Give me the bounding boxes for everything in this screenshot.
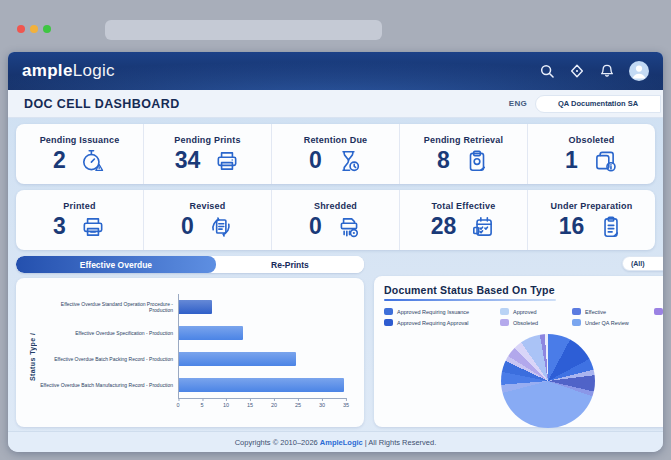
document-refresh-icon	[208, 214, 234, 240]
pie-chart-title: Document Status Based On Type	[384, 284, 663, 296]
logo-light: Logic	[73, 61, 115, 80]
printer-icon	[214, 148, 240, 174]
legend-swatch	[500, 308, 509, 315]
legend-item[interactable]: Under Preparation	[654, 308, 663, 315]
stat-card-shredded[interactable]: Shredded 0	[272, 190, 400, 250]
pie-chart-panel: Document Status Based On Type Approved R…	[374, 276, 663, 427]
legend-label: Approved	[513, 309, 537, 315]
bell-icon[interactable]	[599, 63, 615, 79]
browser-address-bar[interactable]	[105, 20, 382, 40]
page-title: DOC CELL DASHBOARD	[24, 97, 180, 111]
bar[interactable]	[179, 300, 212, 314]
x-tick-label: 30	[319, 402, 325, 408]
copyright-suffix: | All Rights Reserved.	[365, 438, 437, 447]
stopwatch-warning-icon	[80, 148, 106, 174]
legend-item[interactable]: Approved	[500, 308, 572, 315]
type-filter-dropdown[interactable]: (All)	[622, 256, 663, 271]
bar-row: Effective Overdue Specification - Produc…	[38, 320, 354, 346]
x-axis: 05101520253035	[178, 398, 346, 411]
legend-swatch	[384, 319, 393, 326]
clipboard-list-icon	[598, 214, 624, 240]
bar-chart-plot: Effective Overdue Standard Operation Pro…	[38, 288, 354, 426]
minimize-window-button[interactable]	[30, 25, 38, 33]
legend-swatch	[572, 308, 581, 315]
bar[interactable]	[179, 378, 344, 392]
stat-label: Pending Retrieval	[424, 135, 503, 145]
bar-zone	[178, 372, 346, 398]
stat-label: Retention Due	[304, 135, 368, 145]
legend-swatch	[500, 319, 509, 326]
legend-swatch	[572, 319, 581, 326]
x-tick-label: 20	[271, 402, 277, 408]
legend-label: Under QA Review	[585, 320, 629, 326]
stat-value: 0	[309, 215, 322, 238]
bar-category-label: Effective Overdue Specification - Produc…	[38, 330, 178, 336]
stat-value: 0	[181, 215, 194, 238]
documents-info-icon	[592, 148, 618, 174]
printer-icon	[80, 214, 106, 240]
app-window: ampleLogic DOC CELL DASHBOARD ENG QA Doc…	[8, 52, 663, 452]
y-axis-label: Status Type /	[26, 288, 38, 426]
x-tick-label: 10	[223, 402, 229, 408]
search-icon[interactable]	[539, 63, 555, 79]
legend-swatch	[384, 308, 393, 315]
stat-card-total-effective[interactable]: Total Effective 28	[400, 190, 528, 250]
stat-value: 2	[53, 149, 66, 172]
x-tick-label: 0	[176, 402, 179, 408]
page-header: DOC CELL DASHBOARD ENG QA Documentation …	[8, 90, 663, 118]
legend-label: Obsoleted	[513, 320, 538, 326]
stat-card-printed[interactable]: Printed 3	[16, 190, 144, 250]
amplelogic-logo: ampleLogic	[22, 61, 115, 81]
dashboard-main: Pending Issuance 2 Pending Prints 34	[8, 118, 663, 431]
legend-item[interactable]: Effective	[572, 308, 654, 315]
role-selector[interactable]: QA Documentation SA	[535, 95, 661, 113]
pie-legend: Approved Requiring IssuanceApprovedEffec…	[384, 308, 663, 326]
bar[interactable]	[179, 326, 243, 340]
stat-card-revised[interactable]: Revised 0	[144, 190, 272, 250]
stat-value: 1	[565, 149, 578, 172]
legend-swatch	[654, 308, 663, 315]
stat-card-pending-retrieval[interactable]: Pending Retrieval 8	[400, 124, 528, 184]
shredder-icon	[336, 214, 362, 240]
stat-value: 0	[309, 149, 322, 172]
type-filter-value: (All)	[631, 260, 645, 267]
legend-item[interactable]: Approved Requiring Issuance	[384, 308, 500, 315]
stat-card-pending-issuance[interactable]: Pending Issuance 2	[16, 124, 144, 184]
calendar-check-icon	[470, 214, 496, 240]
x-tick-label: 5	[200, 402, 203, 408]
legend-item[interactable]: Approved Requiring Approval	[384, 319, 500, 326]
x-tick-label: 35	[343, 402, 349, 408]
bar-row: Effective Overdue Batch Manufacturing Re…	[38, 372, 354, 398]
maximize-window-button[interactable]	[43, 25, 51, 33]
x-tick-label: 15	[247, 402, 253, 408]
tab-re-prints[interactable]: Re-Prints	[216, 256, 364, 273]
diamond-icon[interactable]	[569, 63, 585, 79]
stat-label: Revised	[190, 201, 226, 211]
legend-item[interactable]: Obsoleted	[500, 319, 572, 326]
copyright-prefix: Copyrights © 2010–2026	[235, 438, 318, 447]
stat-card-pending-prints[interactable]: Pending Prints 34	[144, 124, 272, 184]
document-status-section: (All) Document Status Based On Type Appr…	[374, 256, 663, 427]
stat-value: 34	[175, 149, 201, 172]
bar[interactable]	[179, 352, 296, 366]
title-underline	[384, 299, 556, 301]
effective-overdue-section: Effective Overdue Re-Prints Status Type …	[16, 256, 364, 427]
footer-brand-link[interactable]: AmpleLogic	[320, 438, 363, 447]
stat-card-obsoleted[interactable]: Obsoleted 1	[528, 124, 655, 184]
bar-zone	[178, 346, 346, 372]
stat-card-under-preparation[interactable]: Under Preparation 16	[528, 190, 655, 250]
legend-label: Approved Requiring Issuance	[397, 309, 469, 315]
legend-item[interactable]: Under QA Review	[572, 319, 654, 326]
tab-effective-overdue[interactable]: Effective Overdue	[16, 256, 216, 273]
stat-value: 16	[559, 215, 585, 238]
pie-chart[interactable]	[501, 334, 595, 428]
legend-label: Approved Requiring Approval	[397, 320, 469, 326]
bar-row: Effective Overdue Standard Operation Pro…	[38, 294, 354, 320]
close-window-button[interactable]	[17, 25, 25, 33]
bar-row: Effective Overdue Batch Packing Record -…	[38, 346, 354, 372]
stat-card-retention-due[interactable]: Retention Due 0	[272, 124, 400, 184]
language-label[interactable]: ENG	[509, 99, 527, 108]
logo-bold: ample	[22, 61, 73, 80]
user-avatar[interactable]	[629, 61, 649, 81]
stat-label: Printed	[63, 201, 95, 211]
